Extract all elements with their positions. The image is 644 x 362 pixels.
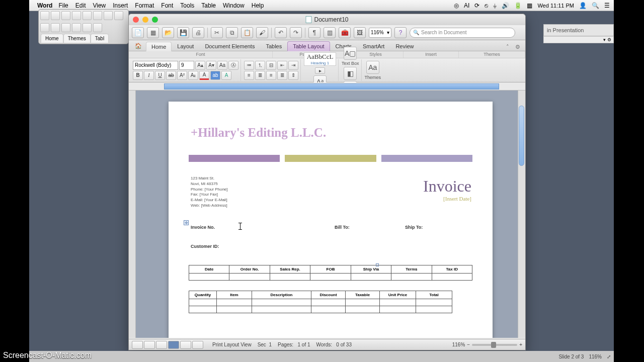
font-family-select[interactable]: [133, 61, 178, 70]
menu-edit[interactable]: Edit: [75, 2, 86, 9]
date-icon[interactable]: ▦: [527, 2, 532, 9]
adobe-icon[interactable]: AI: [464, 2, 469, 9]
toolbox-button[interactable]: 🧰: [339, 27, 351, 38]
invoice-title[interactable]: Invoice [Insert Date]: [423, 177, 471, 202]
align-center-button[interactable]: ≣: [255, 71, 265, 80]
justify-button[interactable]: ≣: [277, 71, 287, 80]
shrink-font-button[interactable]: A▾: [206, 61, 216, 70]
styles-expand-button[interactable]: ▸: [315, 67, 325, 74]
bold-button[interactable]: B: [133, 71, 143, 80]
wifi-icon[interactable]: ⏚: [493, 2, 497, 9]
print-button[interactable]: 🖨: [192, 27, 204, 38]
text-effects-button[interactable]: A: [221, 71, 231, 80]
bluetooth-icon[interactable]: ⎋: [485, 2, 488, 9]
zoom-select[interactable]: 116%▾: [369, 28, 391, 38]
undo-button[interactable]: ↶: [275, 27, 287, 38]
search-field[interactable]: 🔍Search in Document: [410, 28, 515, 38]
menu-format[interactable]: Format: [135, 2, 154, 9]
sidebar-button[interactable]: ▥: [324, 27, 336, 38]
notifications-icon[interactable]: ☰: [604, 2, 610, 9]
font-color-button[interactable]: A: [199, 71, 209, 80]
multilevel-button[interactable]: ⊟: [266, 61, 276, 70]
print-layout-view-button[interactable]: [168, 341, 179, 349]
media-button[interactable]: 🖼: [354, 27, 366, 38]
order-info-table[interactable]: Date Order No. Sales Rep. FOB Ship Via T…: [189, 265, 472, 281]
document-area[interactable]: +Hillary's Editing L.L.C. 123 Maint St. …: [129, 90, 525, 338]
menu-view[interactable]: View: [93, 2, 106, 9]
superscript-button[interactable]: A²: [177, 71, 187, 80]
save-button[interactable]: 💾: [177, 27, 189, 38]
menu-insert[interactable]: Insert: [113, 2, 128, 9]
vertical-ruler[interactable]: [129, 90, 136, 338]
align-right-button[interactable]: ≡: [266, 71, 276, 80]
tab-smartart[interactable]: SmartArt: [357, 41, 390, 51]
style-preview[interactable]: AaBbCcL Heading 1: [304, 52, 336, 66]
scroll-thumb[interactable]: [519, 106, 524, 166]
copy-button[interactable]: ⧉: [226, 27, 238, 38]
sync-icon[interactable]: ⟳: [474, 2, 479, 9]
spotlight-icon[interactable]: ◎: [454, 2, 459, 9]
new-doc-button[interactable]: 📄: [132, 27, 144, 38]
tab-home[interactable]: Home: [146, 42, 172, 51]
word-count[interactable]: Words: 0 of 33: [316, 342, 352, 347]
redo-button[interactable]: ↷: [290, 27, 302, 38]
user-icon[interactable]: 👤: [579, 2, 587, 9]
open-button[interactable]: 📂: [162, 27, 174, 38]
table-move-handle[interactable]: ✥: [184, 220, 189, 225]
increase-indent-button[interactable]: ⇥: [288, 61, 298, 70]
publishing-view-button[interactable]: [156, 341, 167, 349]
grow-font-button[interactable]: A▴: [195, 61, 205, 70]
zoom-control[interactable]: 116% − +: [452, 342, 522, 347]
volume-icon[interactable]: 🔊: [502, 2, 509, 9]
underline-button[interactable]: U: [155, 71, 165, 80]
clear-formatting-button[interactable]: Ⓐ: [228, 61, 238, 70]
tab-table-layout[interactable]: Table Layout: [287, 41, 330, 51]
vertical-scrollbar[interactable]: [518, 90, 525, 338]
menu-font[interactable]: Font: [161, 2, 173, 9]
format-painter-button[interactable]: 🖌: [256, 27, 268, 38]
menu-window[interactable]: Window: [223, 2, 245, 9]
shape-button[interactable]: ◧: [344, 67, 357, 80]
line-items-table[interactable]: Quantity Item Description Discount Taxab…: [189, 291, 452, 313]
titlebar[interactable]: Document10: [129, 14, 525, 25]
menu-file[interactable]: File: [58, 2, 68, 9]
horizontal-ruler[interactable]: [129, 82, 525, 90]
align-left-button[interactable]: ≡: [244, 71, 254, 80]
outline-view-button[interactable]: [144, 341, 155, 349]
templates-button[interactable]: ▦: [147, 27, 159, 38]
info-header[interactable]: Invoice No. Bill To: Ship To: Customer I…: [191, 225, 470, 255]
themes-button[interactable]: Aa: [366, 61, 379, 74]
numbering-button[interactable]: ⒈: [255, 61, 265, 70]
ribbon-home-icon[interactable]: 🏠: [131, 41, 146, 51]
clock[interactable]: Wed 11:11 PM: [537, 3, 574, 9]
font-size-select[interactable]: [179, 61, 194, 70]
tab-tables[interactable]: Tables: [260, 41, 287, 51]
app-name[interactable]: Word: [37, 2, 52, 9]
bg-tab-tables[interactable]: Tabl: [91, 34, 109, 43]
tab-document-elements[interactable]: Document Elements: [199, 41, 260, 51]
tab-layout[interactable]: Layout: [172, 41, 199, 51]
notebook-view-button[interactable]: [180, 341, 191, 349]
ribbon-settings-icon[interactable]: ⚙: [515, 44, 522, 51]
bg-tab-home[interactable]: Home: [41, 34, 63, 43]
battery-icon[interactable]: 🔋: [514, 2, 522, 9]
help-button[interactable]: ?: [394, 27, 407, 38]
show-formatting-button[interactable]: ¶: [308, 27, 320, 38]
page[interactable]: +Hillary's Editing L.L.C. 123 Maint St. …: [169, 102, 493, 338]
fullscreen-view-button[interactable]: [192, 341, 203, 349]
search-icon[interactable]: 🔍: [592, 2, 599, 9]
collapse-ribbon-icon[interactable]: ˄: [506, 44, 513, 51]
company-name[interactable]: +Hillary's Editing L.L.C.: [191, 126, 493, 140]
draft-view-button[interactable]: [132, 341, 143, 349]
tab-review[interactable]: Review: [390, 41, 419, 51]
menu-table[interactable]: Table: [201, 2, 216, 9]
close-button[interactable]: [133, 17, 139, 23]
bullets-button[interactable]: ≔: [244, 61, 254, 70]
menu-tools[interactable]: Tools: [180, 2, 194, 9]
minimize-button[interactable]: [142, 17, 148, 23]
highlight-button[interactable]: ab: [210, 71, 220, 80]
table-resize-handle[interactable]: [376, 263, 379, 266]
change-case-button[interactable]: Aa: [217, 61, 227, 70]
textbox-button[interactable]: A▢: [344, 47, 357, 60]
bg-tab-themes[interactable]: Themes: [63, 34, 91, 43]
